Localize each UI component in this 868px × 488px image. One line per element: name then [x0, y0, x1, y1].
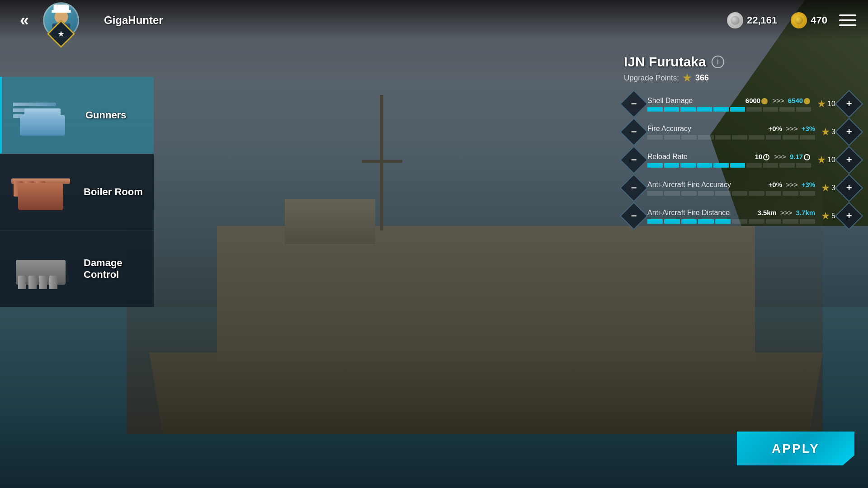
module-item-boiler[interactable]: Boiler Room: [0, 154, 154, 230]
dmg-tube-1: [18, 276, 26, 289]
bar-seg-2: [664, 163, 679, 168]
minus-icon: −: [631, 127, 637, 137]
bar-seg-9: [783, 135, 798, 140]
aa-accuracy-minus-button[interactable]: −: [620, 174, 648, 202]
minus-icon: −: [631, 211, 637, 221]
shell-damage-minus-button[interactable]: −: [620, 90, 648, 118]
gear-icon: [821, 212, 830, 220]
plus-icon: +: [846, 99, 852, 109]
aa-distance-info: Anti-Aircraft Fire Distance 3.5km >>> 3.…: [647, 209, 815, 224]
header: « ★ GigaHunter: [0, 0, 868, 41]
aa-accuracy-name-row: Anti-Aircraft Fire Accuracy +0% >>> +3%: [647, 181, 815, 189]
bar-seg-5: [715, 191, 731, 196]
fire-accuracy-value: +0% >>> +3%: [769, 125, 816, 132]
bar-seg-5: [715, 219, 731, 224]
gun-barrel-1: [13, 103, 56, 106]
gear-icon: [817, 156, 826, 164]
bar-seg-7: [749, 135, 764, 140]
reload-rate-minus-button[interactable]: −: [620, 146, 648, 174]
bar-seg-1: [647, 163, 663, 168]
bar-seg-3: [681, 191, 697, 196]
bar-seg-1: [647, 107, 663, 112]
bar-seg-8: [763, 107, 778, 112]
damage-control-icon: [11, 246, 70, 291]
gold-currency: 470: [791, 12, 827, 28]
bar-seg-3: [680, 163, 696, 168]
apply-label: APPLY: [772, 441, 820, 456]
fire-accuracy-minus-button[interactable]: −: [620, 118, 648, 146]
bar-seg-9: [779, 107, 795, 112]
upgrade-points-value: 366: [695, 73, 709, 83]
fire-accuracy-bar: [647, 135, 815, 140]
stat-row-aa-accuracy: − Anti-Aircraft Fire Accuracy +0% >>> +3…: [624, 178, 859, 198]
time-icon-new: [804, 154, 810, 160]
aa-accuracy-info: Anti-Aircraft Fire Accuracy +0% >>> +3%: [647, 181, 815, 196]
bar-seg-9: [783, 219, 798, 224]
menu-button[interactable]: [836, 9, 859, 32]
fire-accuracy-plus-button[interactable]: +: [835, 118, 863, 146]
damage-control-label: Damage Control: [77, 257, 154, 281]
damage-control-image: [5, 237, 77, 300]
currency-group: 22,161 470: [727, 12, 827, 28]
reload-rate-new-value: 9.17: [790, 153, 811, 160]
reload-rate-plus-button[interactable]: +: [835, 146, 863, 174]
arrow-icon: >>>: [780, 209, 792, 216]
bar-seg-2: [664, 135, 679, 140]
fire-accuracy-name-row: Fire Accuracy +0% >>> +3%: [647, 125, 815, 133]
upgrade-points-row: Upgrade Points: 366: [624, 73, 859, 83]
shell-damage-value: 6000 >>> 6540: [745, 97, 811, 104]
shell-damage-label: Shell Damage: [647, 97, 693, 105]
plus-icon: +: [846, 155, 852, 165]
module-item-damage-control[interactable]: Damage Control: [0, 230, 154, 307]
aa-accuracy-value: +0% >>> +3%: [769, 181, 816, 188]
aa-distance-cost: 5: [821, 212, 835, 220]
arrow-icon: >>>: [772, 97, 784, 104]
module-item-gunners[interactable]: Gunners: [0, 77, 154, 154]
bar-seg-6: [730, 107, 745, 112]
upgrade-points-icon: [683, 74, 692, 83]
minus-icon: −: [631, 155, 637, 165]
bar-seg-8: [763, 163, 778, 168]
shell-damage-name-row: Shell Damage 6000 >>> 6540: [647, 97, 811, 105]
bar-seg-8: [766, 191, 781, 196]
badge-container: ★: [51, 24, 71, 44]
plus-icon: +: [846, 183, 852, 193]
silver-icon: [727, 12, 743, 28]
minus-icon: −: [631, 183, 637, 193]
back-button[interactable]: «: [9, 7, 36, 34]
aa-accuracy-plus-button[interactable]: +: [835, 174, 863, 202]
aa-distance-name-row: Anti-Aircraft Fire Distance 3.5km >>> 3.…: [647, 209, 815, 217]
stat-row-reload-rate: − Reload Rate 10 >>> 9.17: [624, 150, 859, 170]
bar-seg-7: [749, 219, 764, 224]
aa-accuracy-new-value: +3%: [802, 181, 815, 188]
dmg-tube-3: [39, 276, 47, 289]
gunners-label: Gunners: [79, 109, 126, 121]
damage-icon-new: [804, 98, 810, 104]
ui-layer: « ★ GigaHunter: [0, 0, 868, 488]
bar-seg-10: [800, 191, 815, 196]
gun-turret-icon: [11, 90, 74, 140]
apply-button[interactable]: APPLY: [737, 432, 854, 465]
bar-seg-4: [698, 219, 713, 224]
aa-distance-plus-button[interactable]: +: [835, 202, 863, 230]
boiler-label: Boiler Room: [77, 186, 143, 198]
bar-seg-2: [664, 219, 679, 224]
reload-rate-value: 10 >>> 9.17: [755, 153, 811, 160]
bar-seg-8: [766, 219, 781, 224]
fire-accuracy-info: Fire Accuracy +0% >>> +3%: [647, 125, 815, 140]
ship-info-button[interactable]: i: [712, 56, 724, 68]
bar-seg-5: [713, 163, 729, 168]
reload-rate-label: Reload Rate: [647, 153, 688, 161]
shell-damage-new-value: 6540: [788, 97, 811, 104]
shell-damage-info: Shell Damage 6000 >>> 6540: [647, 97, 811, 112]
bar-seg-1: [647, 191, 663, 196]
shell-damage-plus-button[interactable]: +: [835, 90, 863, 118]
upgrade-points-label: Upgrade Points:: [624, 74, 679, 83]
aa-distance-minus-button[interactable]: −: [620, 202, 648, 230]
bar-seg-7: [746, 107, 762, 112]
gear-icon: [817, 100, 826, 108]
arrow-icon: >>>: [786, 125, 797, 132]
avatar-hat-brim: [52, 10, 71, 13]
plus-icon: +: [846, 127, 852, 137]
stat-row-aa-distance: − Anti-Aircraft Fire Distance 3.5km >>> …: [624, 206, 859, 226]
